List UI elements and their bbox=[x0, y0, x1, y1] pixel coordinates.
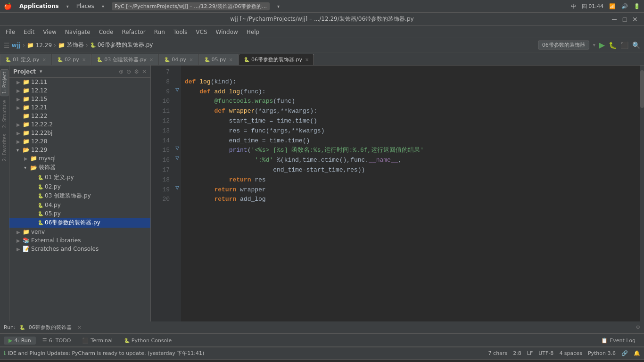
menu-refactor[interactable]: Refactor bbox=[118, 28, 149, 36]
menu-code[interactable]: Code bbox=[95, 28, 117, 36]
python-console-icon: 🐍 bbox=[124, 338, 130, 343]
debug-button[interactable]: 🐛 bbox=[609, 41, 617, 49]
tab-terminal[interactable]: ⬛ Terminal bbox=[77, 337, 117, 345]
indent[interactable]: 4 spaces bbox=[559, 350, 582, 356]
project-panel-tab[interactable]: 1: Project bbox=[0, 69, 8, 96]
search-everywhere-button[interactable]: 🔍 bbox=[632, 41, 640, 49]
run-close-icon[interactable]: × bbox=[77, 324, 82, 330]
folder-icon-1222: 📁 bbox=[23, 113, 30, 119]
menu-edit[interactable]: Edit bbox=[20, 28, 38, 36]
sidebar-item-venv[interactable]: ▶ 📁 venv bbox=[9, 228, 150, 236]
cursor-position[interactable]: 2:8 bbox=[513, 350, 521, 356]
tab-python-console[interactable]: 🐍 Python Console bbox=[119, 337, 176, 345]
sidebar-file-06[interactable]: ▶ 🐍 06带参数的装饰器.py bbox=[9, 218, 150, 228]
tab-todo[interactable]: ☰ 6: TODO bbox=[38, 337, 76, 345]
menu-window[interactable]: Window bbox=[212, 28, 242, 36]
tab-04[interactable]: 🐍 04.py × bbox=[159, 54, 198, 65]
sidebar-file-02[interactable]: ▶ 🐍 02.py bbox=[9, 182, 150, 191]
folder-icon-1222bj: 📁 bbox=[23, 130, 30, 136]
code-editor[interactable]: 7 8 9 10 11 12 13 14 15 16 17 18 19 20 ▽ bbox=[151, 66, 644, 321]
tab-close-04[interactable]: × bbox=[189, 57, 193, 62]
tab-02[interactable]: 🐍 02.py × bbox=[52, 54, 91, 65]
sidebar-toggle[interactable]: ☰ bbox=[4, 41, 10, 49]
sidebar-expand-icon[interactable]: ⊕ bbox=[119, 68, 124, 75]
menu-help[interactable]: Help bbox=[243, 28, 263, 36]
spacer-05: ▶ bbox=[32, 211, 36, 216]
file-icon-04: 🐍 bbox=[38, 203, 43, 208]
sidebar-item-1211[interactable]: ▶ 📁 12.11 bbox=[9, 78, 150, 86]
spacer-06: ▶ bbox=[32, 220, 36, 225]
tab-run[interactable]: ▶ 4: Run bbox=[4, 337, 36, 345]
sidebar-close-icon[interactable]: ✕ bbox=[142, 68, 147, 75]
sidebar-item-1215[interactable]: ▶ 📁 12.15 bbox=[9, 95, 150, 103]
title-bar: wjj [~/PycharmProjects/wjj] – .../12.29/… bbox=[0, 13, 644, 26]
sidebar-file-05[interactable]: ▶ 🐍 05.py bbox=[9, 209, 150, 218]
menu-file[interactable]: File bbox=[2, 28, 19, 36]
tab-06[interactable]: 🐍 06带参数的装饰器.py × bbox=[239, 54, 314, 65]
close-button[interactable]: ✕ bbox=[632, 16, 638, 23]
sidebar-item-1212[interactable]: ▶ 📁 12.12 bbox=[9, 86, 150, 95]
sidebar-item-ext-libs[interactable]: ▶ 📚 External Libraries bbox=[9, 236, 150, 245]
badge-arrow[interactable]: ▾ bbox=[593, 42, 595, 48]
file-icon-02: 🐍 bbox=[38, 184, 43, 189]
scrollbar[interactable] bbox=[640, 66, 644, 321]
tab-05[interactable]: 🐍 05.py × bbox=[199, 54, 238, 65]
tab-close-01[interactable]: × bbox=[42, 57, 46, 62]
sidebar-collapse-icon[interactable]: ⊖ bbox=[126, 68, 131, 75]
menu-view[interactable]: View bbox=[39, 28, 60, 36]
sidebar-item-decorator[interactable]: ▾ 📂 装饰器 bbox=[9, 163, 150, 173]
run-file-name: 06带参数的装饰器 bbox=[29, 324, 72, 331]
stop-button[interactable]: ⬛ bbox=[620, 41, 628, 49]
current-file-badge[interactable]: 06带参数的装饰器 bbox=[538, 41, 589, 49]
maximize-button[interactable]: □ bbox=[621, 16, 628, 23]
minimize-button[interactable]: ─ bbox=[611, 16, 618, 23]
places-menu[interactable]: Places bbox=[76, 3, 94, 9]
sidebar-file-03[interactable]: ▶ 🐍 03 创建装饰器.py bbox=[9, 191, 150, 201]
sidebar-settings-icon[interactable]: ⚙ bbox=[134, 68, 139, 75]
pycharm-taskbar-icon[interactable]: PyC [~/PycharmProjects/wjj] – .../12.29/… bbox=[112, 2, 270, 10]
line-ending[interactable]: LF bbox=[527, 350, 533, 356]
menu-tools[interactable]: Tools bbox=[170, 28, 191, 36]
nav-path1[interactable]: 12.29 bbox=[36, 42, 52, 49]
run-button[interactable]: ▶ bbox=[599, 41, 605, 49]
sidebar-item-1221[interactable]: ▶ 📁 12.21 bbox=[9, 103, 150, 112]
label-venv: venv bbox=[31, 229, 45, 235]
sidebar-item-scratches[interactable]: ▶ 📝 Scratches and Consoles bbox=[9, 245, 150, 253]
sidebar-item-12222[interactable]: ▶ 📁 12.22.2 bbox=[9, 120, 150, 129]
tab-01[interactable]: 🐍 01 定义.py × bbox=[0, 54, 51, 65]
sidebar-file-01[interactable]: ▶ 🐍 01 定义.py bbox=[9, 173, 150, 182]
sidebar-item-1222[interactable]: ▾ 📁 12.22 bbox=[9, 112, 150, 120]
project-name[interactable]: wjj bbox=[12, 42, 21, 49]
code-content[interactable]: def log(kind): def add_log(func): @funct… bbox=[181, 66, 644, 321]
tab-close-02[interactable]: × bbox=[82, 57, 86, 62]
nav-path2[interactable]: 装饰器 bbox=[67, 41, 84, 49]
tab-event-log[interactable]: 📋 Event Log bbox=[596, 337, 640, 345]
sidebar-item-mysql[interactable]: ▶ 📁 mysql bbox=[9, 154, 150, 163]
label-mysql: mysql bbox=[39, 155, 56, 162]
nav-bar: ☰ wjj › 📁 12.29 › 📁 装饰器 › 🐍 06带参数的装饰器.py… bbox=[0, 38, 644, 52]
run-settings-icon[interactable]: ⚙ bbox=[636, 324, 640, 330]
python-version[interactable]: Python 3.6 bbox=[588, 350, 616, 356]
encoding[interactable]: UTF-8 bbox=[538, 350, 553, 356]
favorites-panel-tab[interactable]: 2: Favorites bbox=[1, 132, 8, 163]
sidebar-item-1222bj[interactable]: ▶ 📁 12.22bj bbox=[9, 129, 150, 137]
sidebar-item-1229[interactable]: ▾ 📂 12.29 bbox=[9, 146, 150, 154]
tab-close-03[interactable]: × bbox=[149, 57, 153, 62]
tab-03[interactable]: 🐍 03 创建装饰器.py × bbox=[91, 54, 158, 65]
tab-close-06[interactable]: × bbox=[305, 57, 309, 62]
label-1229: 12.29 bbox=[31, 147, 47, 153]
file-icon-03: 🐍 bbox=[38, 193, 43, 198]
event-log-label: Event Log bbox=[610, 337, 636, 344]
menu-navigate[interactable]: Navigate bbox=[61, 28, 94, 36]
menu-vcs[interactable]: VCS bbox=[192, 28, 211, 36]
applications-menu[interactable]: Applications bbox=[19, 3, 59, 9]
nav-path3[interactable]: 06带参数的装饰器.py bbox=[98, 41, 153, 49]
structure-panel-tab[interactable]: 2: Structure bbox=[1, 98, 8, 130]
menu-run[interactable]: Run bbox=[150, 28, 169, 36]
file-icon-nav: 🐍 bbox=[90, 42, 96, 48]
input-method[interactable]: 中 bbox=[571, 3, 576, 10]
spacer-03: ▶ bbox=[32, 193, 36, 198]
sidebar-file-04[interactable]: ▶ 🐍 04.py bbox=[9, 201, 150, 209]
tab-close-05[interactable]: × bbox=[229, 57, 233, 62]
sidebar-item-1228[interactable]: ▶ 📁 12.28 bbox=[9, 137, 150, 146]
